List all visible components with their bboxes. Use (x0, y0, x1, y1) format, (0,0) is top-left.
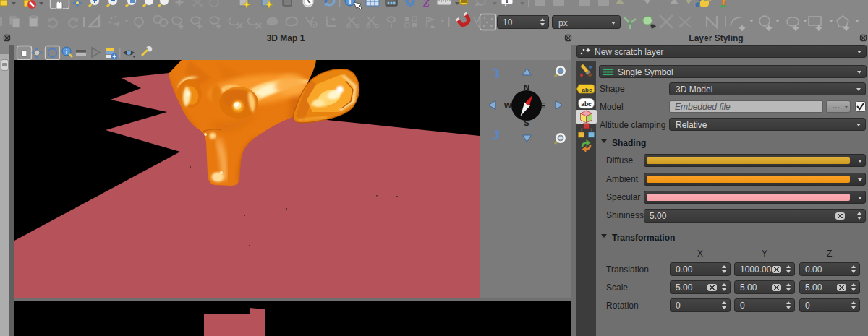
svg-text:abc: abc (582, 87, 592, 93)
svg-text:i: i (66, 48, 68, 56)
svg-text:Z: Z (422, 0, 430, 9)
svg-text:N: N (524, 83, 529, 92)
svg-text:s: s (312, 22, 315, 27)
svg-text:i: i (349, 0, 352, 5)
svg-text:i: i (506, 0, 509, 4)
svg-text:W: W (504, 101, 512, 110)
svg-text:E: E (540, 101, 545, 110)
svg-text:abc: abc (581, 100, 592, 108)
svg-text:S: S (524, 119, 529, 127)
